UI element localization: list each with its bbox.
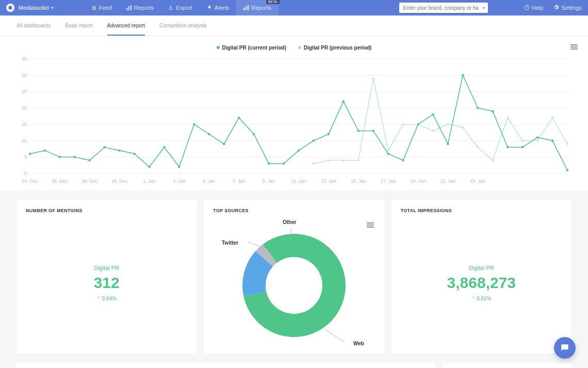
- card-sentiment-ratio: POSITIVE - NEGATIVE SENTIMENT RATIO: [443, 363, 571, 369]
- svg-text:28. Dec: 28. Dec: [81, 179, 98, 184]
- svg-point-60: [59, 156, 61, 158]
- svg-text:24. Dec: 24. Dec: [22, 179, 38, 184]
- svg-point-46: [402, 123, 404, 125]
- legend-previous[interactable]: Digital PR (previous period): [298, 45, 372, 51]
- mentions-over-time-chart: Digital PR (current period) Digital PR (…: [0, 36, 588, 190]
- svg-point-87: [462, 74, 464, 76]
- svg-text:0: 0: [24, 171, 27, 176]
- nav-feed[interactable]: ≣ Feed: [85, 0, 119, 15]
- card-title: TOTAL IMPRESSIONS: [401, 208, 562, 213]
- kpi-delta-value: 0.84%: [102, 296, 116, 301]
- search-input[interactable]: [399, 3, 488, 13]
- svg-point-63: [104, 146, 106, 148]
- card-top-sources: TOP SOURCES Web Twitter Other: [204, 200, 384, 354]
- brand-logo-icon: [6, 4, 14, 12]
- kpi-label: Digital PR: [26, 265, 187, 271]
- nav-reports-active-label: Reports: [251, 5, 271, 11]
- svg-text:30. Dec: 30. Dec: [111, 179, 128, 184]
- nav-reports[interactable]: Reports: [119, 0, 161, 15]
- svg-text:35: 35: [22, 56, 27, 61]
- nav-alerts[interactable]: Alerts: [200, 0, 236, 15]
- svg-point-75: [283, 162, 285, 164]
- chevron-down-icon[interactable]: ▾: [483, 6, 485, 10]
- kpi-cards-row: NUMBER OF MENTIONS Digital PR 312 ⌃0.84%…: [0, 200, 588, 363]
- svg-rect-5: [246, 6, 247, 10]
- svg-text:25: 25: [22, 89, 27, 94]
- second-cards-row: MENTIONS OVER TIME BY CHANNEL POSITIVE -…: [0, 363, 588, 369]
- svg-text:7. Jan: 7. Jan: [233, 179, 246, 184]
- svg-text:3. Jan: 3. Jan: [173, 179, 186, 184]
- report-subtabs: All dashboards Basic report Advanced rep…: [0, 15, 588, 36]
- svg-text:17. Jan: 17. Jan: [381, 179, 396, 184]
- legend-previous-label: Digital PR (previous period): [304, 45, 372, 51]
- svg-rect-6: [248, 5, 249, 10]
- svg-text:10: 10: [22, 138, 27, 143]
- svg-point-44: [372, 77, 374, 79]
- dot-icon: [298, 46, 301, 49]
- legend-current[interactable]: Digital PR (current period): [217, 45, 286, 51]
- svg-point-76: [298, 149, 300, 151]
- tab-competitive-analysis[interactable]: Competitive analysis: [159, 15, 207, 36]
- chart-menu-icon[interactable]: [367, 221, 374, 229]
- help-label: Help: [532, 5, 544, 11]
- bar-chart-icon: [243, 5, 249, 10]
- svg-text:19. Jan: 19. Jan: [411, 179, 426, 184]
- svg-point-91: [521, 146, 524, 148]
- card-total-impressions: TOTAL IMPRESSIONS Digital PR 3,868,273 ⌃…: [391, 200, 571, 354]
- svg-point-72: [238, 116, 240, 118]
- tab-advanced-report[interactable]: Advanced report: [107, 15, 145, 36]
- svg-point-67: [163, 146, 165, 148]
- svg-point-70: [208, 133, 210, 135]
- svg-point-88: [477, 106, 479, 108]
- kpi-value: 3,868,273: [401, 274, 562, 292]
- tab-basic-report[interactable]: Basic report: [65, 15, 92, 36]
- donut-label-other: Other: [283, 219, 297, 225]
- svg-text:23. Jan: 23. Jan: [470, 179, 486, 184]
- help-link[interactable]: Help: [524, 5, 544, 11]
- arrow-up-icon: ⌃: [96, 296, 101, 301]
- settings-link[interactable]: Settings: [553, 5, 582, 11]
- svg-point-94: [566, 169, 568, 171]
- tab-all-dashboards[interactable]: All dashboards: [17, 15, 51, 36]
- svg-point-64: [118, 149, 120, 151]
- brand-name[interactable]: Mediatoolkit: [19, 5, 49, 11]
- donut-chart: Web Twitter Other: [237, 229, 351, 342]
- svg-point-54: [521, 139, 524, 141]
- svg-point-48: [432, 130, 434, 132]
- dot-icon: [217, 46, 220, 49]
- beta-badge: BETA: [266, 0, 280, 4]
- svg-point-81: [372, 130, 374, 132]
- nav-feed-label: Feed: [99, 5, 112, 11]
- kpi-delta-value: 0.81%: [477, 296, 491, 301]
- nav-reports-active[interactable]: BETA Reports: [236, 0, 279, 15]
- svg-text:9. Jan: 9. Jan: [263, 179, 275, 184]
- svg-point-57: [566, 142, 568, 145]
- svg-text:15: 15: [22, 121, 27, 126]
- svg-point-93: [551, 139, 553, 141]
- chart-legend: Digital PR (current period) Digital PR (…: [8, 41, 580, 56]
- svg-text:11. Jan: 11. Jan: [291, 179, 306, 184]
- svg-point-90: [507, 146, 509, 148]
- legend-current-label: Digital PR (current period): [222, 45, 286, 51]
- svg-point-86: [447, 142, 449, 145]
- svg-line-95: [325, 329, 346, 342]
- bell-icon: [207, 5, 212, 10]
- svg-point-73: [253, 133, 255, 135]
- svg-rect-3: [130, 5, 132, 10]
- chart-menu-icon[interactable]: [570, 43, 578, 51]
- arrow-up-icon: ⌃: [471, 296, 476, 301]
- search-wrap: ▾: [399, 3, 488, 13]
- feed-icon: ≣: [92, 5, 96, 11]
- chevron-down-icon[interactable]: ▾: [51, 5, 54, 10]
- svg-text:13. Jan: 13. Jan: [321, 179, 336, 184]
- chat-launcher-icon[interactable]: [554, 337, 576, 359]
- gear-icon: [553, 5, 559, 11]
- svg-point-83: [402, 159, 404, 161]
- svg-point-71: [223, 142, 225, 145]
- svg-point-0: [8, 6, 12, 10]
- svg-text:1. Jan: 1. Jan: [143, 179, 156, 184]
- nav-export-label: Export: [176, 5, 192, 11]
- donut-label-web: Web: [353, 341, 364, 346]
- svg-text:26. Dec: 26. Dec: [52, 179, 68, 184]
- nav-export[interactable]: Export: [161, 0, 200, 15]
